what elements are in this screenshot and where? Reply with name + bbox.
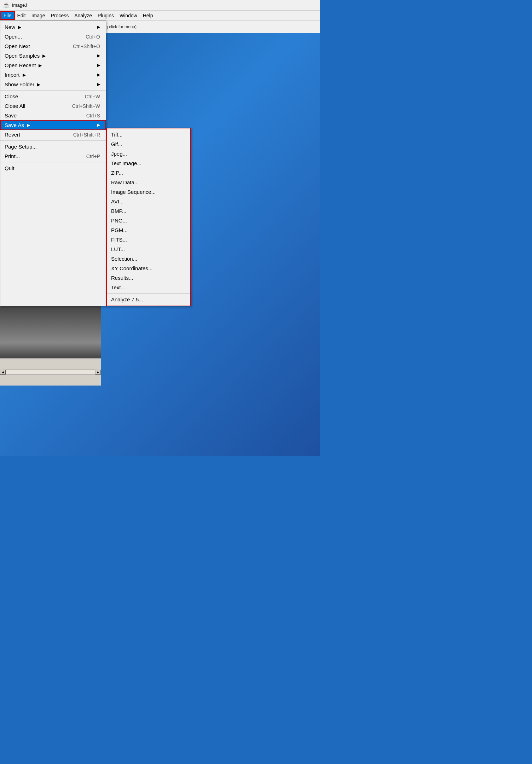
menu-show-folder-label: Show Folder xyxy=(5,81,34,87)
menu-open-next-shortcut: Ctrl+Shift+O xyxy=(73,44,100,49)
saveas-zip-label: ZIP... xyxy=(111,170,123,176)
menu-close-all-label: Close All xyxy=(5,103,25,109)
menu-file[interactable]: File xyxy=(1,12,15,19)
title-bar: ☕ ImageJ xyxy=(0,0,320,11)
saveas-raw-data[interactable]: Raw Data... xyxy=(107,178,190,187)
menu-open-samples-label: Open Samples xyxy=(5,53,40,59)
saveas-selection[interactable]: Selection... xyxy=(107,254,190,264)
menu-save-label: Save xyxy=(5,112,17,118)
saveas-xy-coordinates[interactable]: XY Coordinates... xyxy=(107,264,190,273)
menu-save-as[interactable]: Save As ▶ xyxy=(0,120,106,130)
menu-open-next-label: Open Next xyxy=(5,43,30,49)
menu-close[interactable]: Close Ctrl+W xyxy=(0,92,106,101)
menu-process[interactable]: Process xyxy=(48,12,72,19)
scroll-track[interactable] xyxy=(6,370,95,375)
file-dropdown: New ▶ Open... Ctrl+O Open Next Ctrl+Shif… xyxy=(0,21,106,306)
menu-close-shortcut: Ctrl+W xyxy=(85,94,100,99)
saveas-lut[interactable]: LUT... xyxy=(107,244,190,254)
menu-save-shortcut: Ctrl+S xyxy=(86,113,100,118)
saveas-fits-label: FITS... xyxy=(111,237,127,243)
separator-3 xyxy=(0,162,106,162)
saveas-avi[interactable]: AVI... xyxy=(107,197,190,206)
menu-save-as-label: Save As xyxy=(5,122,24,128)
menu-open-samples-arrow: ▶ xyxy=(42,53,46,58)
image-scrollbar: ◀ ▶ xyxy=(0,358,101,386)
saveas-text-image-label: Text Image... xyxy=(111,160,141,166)
saveas-jpeg[interactable]: Jpeg... xyxy=(107,149,190,158)
saveas-gif[interactable]: Gif... xyxy=(107,139,190,149)
saveas-results-label: Results... xyxy=(111,275,133,281)
menu-close-all[interactable]: Close All Ctrl+Shift+W xyxy=(0,101,106,111)
menu-open-label: Open... xyxy=(5,34,22,40)
menu-show-folder-arrow: ▶ xyxy=(37,82,40,87)
menu-revert[interactable]: Revert Ctrl+Shift+R xyxy=(0,130,106,139)
saveas-text-label: Text... xyxy=(111,284,125,290)
saveas-png-label: PNG... xyxy=(111,218,127,224)
menu-image[interactable]: Image xyxy=(29,12,48,19)
menu-edit[interactable]: Edit xyxy=(15,12,29,19)
scroll-right[interactable]: ▶ xyxy=(95,370,101,375)
menu-open-samples[interactable]: Open Samples ▶ xyxy=(0,51,106,60)
menu-save-as-arrow: ▶ xyxy=(27,123,30,128)
separator-2 xyxy=(0,140,106,141)
saveas-bmp-label: BMP... xyxy=(111,208,126,214)
saveas-pgm[interactable]: PGM... xyxy=(107,225,190,235)
scroll-left[interactable]: ◀ xyxy=(0,370,6,375)
saveas-raw-data-label: Raw Data... xyxy=(111,179,139,185)
menu-page-setup-label: Page Setup... xyxy=(5,144,37,150)
menu-open-shortcut: Ctrl+O xyxy=(86,34,100,40)
menu-window[interactable]: Window xyxy=(117,12,140,19)
saveas-lut-label: LUT... xyxy=(111,246,125,252)
menu-analyze[interactable]: Analyze xyxy=(71,12,95,19)
saveas-text[interactable]: Text... xyxy=(107,283,190,292)
menu-new[interactable]: New ▶ xyxy=(0,22,106,32)
menu-new-arrow: ▶ xyxy=(18,25,21,30)
menu-close-label: Close xyxy=(5,93,18,99)
menu-revert-label: Revert xyxy=(5,132,20,138)
saveas-zip[interactable]: ZIP... xyxy=(107,168,190,178)
saveas-separator xyxy=(107,293,190,294)
menu-import-arrow: ▶ xyxy=(23,73,26,77)
saveas-selection-label: Selection... xyxy=(111,256,137,262)
menu-help[interactable]: Help xyxy=(140,12,156,19)
file-dropdown-container: New ▶ Open... Ctrl+O Open Next Ctrl+Shif… xyxy=(0,21,191,306)
menu-show-folder[interactable]: Show Folder ▶ xyxy=(0,80,106,89)
saveas-jpeg-label: Jpeg... xyxy=(111,151,127,157)
menu-plugins[interactable]: Plugins xyxy=(95,12,117,19)
menu-import-label: Import xyxy=(5,72,20,78)
saveas-tiff[interactable]: Tiff... xyxy=(107,130,190,139)
saveas-analyze-label: Analyze 7.5... xyxy=(111,296,143,302)
saveas-results[interactable]: Results... xyxy=(107,273,190,283)
menu-open-recent-arrow: ▶ xyxy=(39,63,42,68)
app-icon: ☕ xyxy=(3,2,10,8)
saveas-image-sequence-label: Image Sequence... xyxy=(111,189,156,195)
saveas-submenu: Tiff... Gif... Jpeg... Text Image... ZIP… xyxy=(106,128,191,306)
menu-import[interactable]: Import ▶ xyxy=(0,70,106,80)
separator-1 xyxy=(0,90,106,91)
menu-open-recent-label: Open Recent xyxy=(5,62,36,68)
menu-print-shortcut: Ctrl+P xyxy=(86,154,100,159)
menu-quit[interactable]: Quit xyxy=(0,163,106,173)
saveas-analyze[interactable]: Analyze 7.5... xyxy=(107,295,190,304)
menu-close-all-shortcut: Ctrl+Shift+W xyxy=(72,103,100,109)
menu-revert-shortcut: Ctrl+Shift+R xyxy=(73,132,100,138)
menu-save[interactable]: Save Ctrl+S xyxy=(0,111,106,120)
saveas-gif-label: Gif... xyxy=(111,141,122,147)
menu-page-setup[interactable]: Page Setup... xyxy=(0,142,106,151)
saveas-image-sequence[interactable]: Image Sequence... xyxy=(107,187,190,197)
menu-quit-label: Quit xyxy=(5,165,15,171)
menu-new-label: New xyxy=(5,24,15,30)
saveas-pgm-label: PGM... xyxy=(111,227,128,233)
saveas-tiff-label: Tiff... xyxy=(111,132,123,138)
saveas-avi-label: AVI... xyxy=(111,198,124,204)
saveas-fits[interactable]: FITS... xyxy=(107,235,190,244)
menu-open[interactable]: Open... Ctrl+O xyxy=(0,32,106,41)
saveas-xy-coordinates-label: XY Coordinates... xyxy=(111,265,152,271)
saveas-bmp[interactable]: BMP... xyxy=(107,206,190,216)
app-title: ImageJ xyxy=(12,2,27,8)
menu-open-recent[interactable]: Open Recent ▶ xyxy=(0,60,106,70)
saveas-png[interactable]: PNG... xyxy=(107,216,190,225)
menu-print[interactable]: Print... Ctrl+P xyxy=(0,151,106,161)
saveas-text-image[interactable]: Text Image... xyxy=(107,158,190,168)
menu-open-next[interactable]: Open Next Ctrl+Shift+O xyxy=(0,41,106,51)
